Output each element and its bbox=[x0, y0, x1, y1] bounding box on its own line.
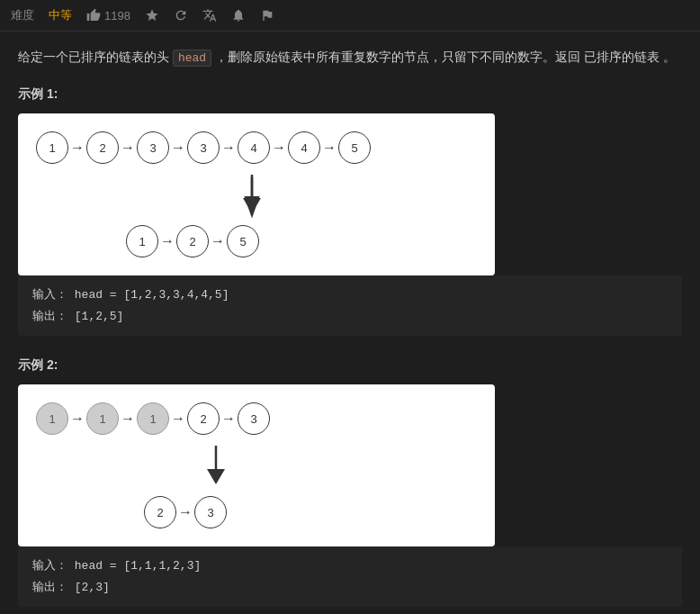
top-bar: 难度 中等 1198 bbox=[0, 0, 700, 32]
flag-group[interactable] bbox=[260, 8, 274, 23]
example1-output-row: 1 2 5 bbox=[126, 225, 477, 257]
node: 2 bbox=[176, 225, 209, 257]
node: 3 bbox=[194, 496, 227, 528]
desc-code: head bbox=[173, 50, 211, 67]
node: 1 bbox=[126, 225, 158, 257]
difficulty-label: 难度 bbox=[11, 7, 34, 23]
example2-output-line: 输出： [2,3] bbox=[32, 577, 668, 598]
node: 5 bbox=[227, 225, 259, 257]
star-icon bbox=[145, 8, 159, 23]
example2-input-row: 1 1 1 2 3 bbox=[36, 402, 477, 435]
node: 2 bbox=[86, 131, 119, 164]
flag-icon bbox=[260, 8, 274, 23]
example2-diagram: 1 1 1 2 3 bbox=[18, 384, 682, 546]
example2-input-line: 输入： head = [1,1,1,2,3] bbox=[32, 555, 668, 576]
example2-output-row: 2 3 bbox=[144, 496, 477, 528]
node: 4 bbox=[288, 131, 320, 164]
arrow bbox=[171, 411, 185, 427]
example1-diagram: 1 2 3 3 4 4 5 bbox=[18, 113, 682, 275]
example1-input-value: head = [1,2,3,3,4,4,5] bbox=[75, 288, 229, 302]
main-content: 给定一个已排序的链表的头 head ，删除原始链表中所有重复数字的节点，只留下不… bbox=[0, 32, 700, 614]
refresh-icon bbox=[174, 8, 188, 23]
example-1: 示例 1: 1 2 3 3 4 4 5 bbox=[18, 86, 682, 336]
node: 1 bbox=[36, 131, 68, 164]
arrow bbox=[171, 140, 185, 156]
example2-input-value: head = [1,1,1,2,3] bbox=[75, 559, 201, 573]
node: 3 bbox=[137, 131, 169, 164]
arrow bbox=[211, 233, 225, 249]
arrow bbox=[221, 411, 236, 427]
example-2: 示例 2: 1 1 1 2 3 bbox=[18, 357, 682, 607]
star-group[interactable] bbox=[145, 8, 159, 23]
likes-count: 1198 bbox=[104, 9, 130, 23]
refresh-group[interactable] bbox=[174, 8, 188, 23]
arrow bbox=[221, 140, 236, 156]
example1-down-arrow bbox=[234, 173, 477, 218]
down-arrow-svg bbox=[234, 173, 270, 218]
node: 2 bbox=[187, 402, 220, 435]
example1-input-label: 输入： bbox=[32, 288, 67, 302]
example2-diagram-inner: 1 1 1 2 3 bbox=[18, 384, 495, 546]
node: 1 bbox=[86, 402, 119, 435]
example1-input-row: 1 2 3 3 4 4 5 bbox=[36, 131, 477, 164]
difficulty-value: 中等 bbox=[49, 7, 72, 23]
arrow bbox=[322, 140, 337, 156]
node: 1 bbox=[137, 402, 169, 435]
node: 1 bbox=[36, 402, 68, 435]
likes-group[interactable]: 1198 bbox=[86, 8, 130, 23]
arrow bbox=[70, 140, 85, 156]
example1-output-value: [1,2,5] bbox=[75, 310, 124, 323]
arrow bbox=[160, 233, 175, 249]
node: 3 bbox=[187, 131, 220, 164]
desc-before: 给定一个已排序的链表的头 bbox=[18, 50, 169, 64]
node: 3 bbox=[238, 402, 270, 435]
example1-output-line: 输出： [1,2,5] bbox=[32, 306, 668, 327]
example1-diagram-inner: 1 2 3 3 4 4 5 bbox=[18, 113, 495, 275]
node: 5 bbox=[338, 131, 371, 164]
translate-group[interactable] bbox=[202, 8, 217, 23]
bell-group[interactable] bbox=[231, 8, 246, 23]
example2-title: 示例 2: bbox=[18, 357, 682, 374]
down-arrow-svg2 bbox=[198, 444, 234, 489]
arrow bbox=[70, 411, 85, 427]
example2-io: 输入： head = [1,1,1,2,3] 输出： [2,3] bbox=[18, 546, 682, 607]
example2-output-value: [2,3] bbox=[75, 581, 110, 594]
desc-after: ，删除原始链表中所有重复数字的节点，只留下不同的数字。返回 已排序的链表 。 bbox=[215, 50, 676, 64]
svg-marker-6 bbox=[207, 469, 225, 484]
translate-icon bbox=[202, 8, 217, 23]
arrow bbox=[121, 140, 135, 156]
arrow bbox=[272, 140, 286, 156]
arrow bbox=[178, 504, 193, 520]
description: 给定一个已排序的链表的头 head ，删除原始链表中所有重复数字的节点，只留下不… bbox=[18, 46, 682, 68]
bell-icon bbox=[231, 8, 246, 23]
example2-down-arrow bbox=[198, 444, 477, 489]
example1-title: 示例 1: bbox=[18, 86, 682, 103]
node: 2 bbox=[144, 496, 176, 528]
example1-input-line: 输入： head = [1,2,3,3,4,4,5] bbox=[32, 284, 668, 305]
node: 4 bbox=[238, 131, 270, 164]
example1-io: 输入： head = [1,2,3,3,4,4,5] 输出： [1,2,5] bbox=[18, 275, 682, 336]
example1-output-label: 输出： bbox=[32, 310, 67, 323]
thumbup-icon bbox=[86, 8, 101, 23]
example2-input-label: 输入： bbox=[32, 559, 67, 573]
svg-marker-2 bbox=[243, 198, 261, 213]
arrow bbox=[121, 411, 135, 427]
example2-output-label: 输出： bbox=[32, 581, 67, 594]
